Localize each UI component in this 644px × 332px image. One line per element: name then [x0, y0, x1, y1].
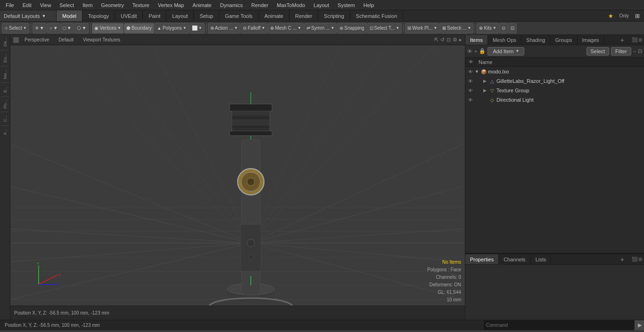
plus-icon[interactable]: + — [474, 49, 477, 54]
viewport-3d[interactable]: X Y Z No Items Polygons : Face Channels:… — [10, 45, 465, 306]
viewport-textures[interactable]: Viewport Textures — [79, 35, 124, 45]
tab-scripting[interactable]: Scripting — [318, 10, 350, 21]
tab-model[interactable]: Model — [57, 10, 83, 21]
tool-falloff[interactable]: ⊖ Falloff ▼ — [240, 23, 267, 33]
tab-uvedit[interactable]: UVEdit — [115, 10, 143, 21]
expand-row2[interactable]: ▶ — [483, 88, 488, 93]
tool-selecti[interactable]: ⊠ Selecti ... ▼ — [440, 23, 473, 33]
tool-circle[interactable]: ○ ▼ — [47, 23, 60, 33]
sidebar-item-poly[interactable]: Po... — [2, 98, 8, 111]
list-item[interactable]: 👁 ▶ ▽ Texture Group — [465, 86, 644, 95]
expand-right-icon[interactable]: ⊡ — [638, 48, 642, 54]
tool-shield[interactable]: ⬡ ▼ — [74, 23, 89, 33]
props-tab-add[interactable]: + — [617, 254, 628, 264]
viewport-dot[interactable] — [13, 37, 19, 43]
eye-all-icon[interactable]: 👁 — [467, 49, 472, 54]
tab-channels[interactable]: Channels — [499, 254, 530, 264]
eye-icon-row1[interactable]: 👁 — [467, 79, 474, 84]
right-panel-icon2[interactable]: ⊞ — [638, 37, 642, 42]
tool-select[interactable]: ⊹ Select ▼ — [2, 23, 29, 33]
tool-maximize[interactable]: ⊡ — [508, 23, 517, 33]
tab-groups[interactable]: Groups — [550, 35, 577, 45]
filter-button[interactable]: Filter — [611, 47, 631, 56]
tab-properties[interactable]: Properties — [465, 254, 499, 264]
layout-settings-icon[interactable]: ⊞ — [633, 11, 642, 21]
props-icon1[interactable]: ⬛ — [632, 257, 637, 262]
menu-item[interactable]: Item — [79, 1, 96, 9]
menu-select[interactable]: Select — [56, 1, 78, 9]
eye-icon-row2[interactable]: 👁 — [467, 88, 474, 93]
viewport-icon-fit[interactable]: ⊡ — [446, 37, 451, 43]
tool-globe[interactable]: ⊙ — [499, 23, 508, 33]
tool-boundary[interactable]: ⬟ Boundary — [124, 23, 154, 33]
viewport-icon-arrows[interactable]: ⇱ — [434, 37, 438, 43]
tool-square[interactable]: □ ▼ — [61, 23, 74, 33]
minus-right-icon[interactable]: − — [633, 49, 636, 54]
list-item[interactable]: 👁 ▼ 📦 modo.lxo — [465, 67, 644, 76]
tab-render[interactable]: Render — [289, 10, 318, 21]
eye-icon-row0[interactable]: 👁 — [467, 69, 474, 74]
viewport-icon-more[interactable]: ▸ — [459, 37, 462, 43]
command-exec-button[interactable]: ▶ — [635, 320, 644, 330]
menu-maxtomodo[interactable]: MaxToModo — [273, 1, 309, 9]
tool-mesh[interactable]: ⊗ Mesh C ... ▼ — [268, 23, 304, 33]
viewport-default[interactable]: Default — [55, 35, 77, 45]
menu-texture[interactable]: Texture — [129, 1, 153, 9]
tab-mesh-ops[interactable]: Mesh Ops — [488, 35, 521, 45]
tab-add-icon[interactable]: + — [617, 35, 628, 45]
sidebar-item-f[interactable]: F... — [2, 127, 8, 137]
tab-layout[interactable]: Layout — [166, 10, 194, 21]
expand-row1[interactable]: ▶ — [483, 79, 488, 83]
tab-animate[interactable]: Animate — [259, 10, 289, 21]
tab-game-tools[interactable]: Game Tools — [219, 10, 259, 21]
tool-workplane[interactable]: ⊞ Work Pl... ▼ — [405, 23, 439, 33]
tab-shading[interactable]: Shading — [521, 35, 550, 45]
tool-quad[interactable]: ⬜ ▼ — [190, 23, 205, 33]
viewport-icon-gear[interactable]: ⚙ — [453, 37, 457, 43]
lock-icon[interactable]: 🔒 — [479, 48, 486, 54]
select-button[interactable]: Select — [586, 47, 610, 56]
tab-topology[interactable]: Topology — [83, 10, 115, 21]
tool-vertices[interactable]: ◉ Vertices ▼ — [92, 23, 124, 33]
command-input[interactable] — [484, 320, 635, 330]
viewport-icon-rotate[interactable]: ↺ — [440, 37, 445, 43]
tab-images[interactable]: Images — [578, 35, 604, 45]
tool-action[interactable]: ⊕ Action ... ▼ — [208, 23, 240, 33]
tool-select-t[interactable]: ⊡ Select T... ▼ — [367, 23, 402, 33]
right-panel-icon1[interactable]: ⬛ — [632, 37, 637, 42]
add-item-button[interactable]: Add Item ▼ — [487, 47, 524, 56]
tool-polygons[interactable]: ▲ Polygons ▼ — [155, 23, 189, 33]
sidebar-item-mesh[interactable]: Me... — [2, 68, 8, 81]
sidebar-item-dup[interactable]: Du... — [2, 52, 8, 65]
menu-animate[interactable]: Animate — [189, 1, 215, 9]
menu-layout[interactable]: Layout — [310, 1, 333, 9]
default-layout-dropdown[interactable]: Default Layouts ▼ — [0, 10, 57, 21]
tool-symm[interactable]: ⇌ Symm ... ▼ — [304, 23, 337, 33]
tool-snapping[interactable]: ⊛ Snapping — [337, 23, 366, 33]
menu-edit[interactable]: Edit — [19, 1, 35, 9]
menu-dynamics[interactable]: Dynamics — [216, 1, 247, 9]
tab-schematic-fusion[interactable]: Schematic Fusion — [350, 10, 403, 21]
eye-icon-row3[interactable]: 👁 — [467, 97, 474, 103]
list-item[interactable]: 👁 ▶ △ GilletteLabs_Razor_Light_Off — [465, 76, 644, 86]
sidebar-item-default[interactable]: De... — [2, 36, 8, 49]
viewport-perspective[interactable]: Perspective — [21, 35, 53, 45]
props-icon2[interactable]: ⊞ — [638, 257, 642, 262]
menu-vertex-map[interactable]: Vertex Map — [154, 1, 188, 9]
expand-row0[interactable]: ▼ — [475, 69, 479, 74]
tab-paint[interactable]: Paint — [143, 10, 166, 21]
list-item[interactable]: 👁 ◇ Directional Light — [465, 95, 644, 105]
sidebar-item-e[interactable]: E... — [2, 84, 8, 95]
menu-view[interactable]: View — [36, 1, 55, 9]
sidebar-item-c[interactable]: C... — [2, 113, 8, 124]
menu-geometry[interactable]: Geometry — [97, 1, 127, 9]
tab-lists[interactable]: Lists — [531, 254, 552, 264]
tab-items[interactable]: Items — [465, 35, 488, 45]
tool-kits[interactable]: ⊕ Kits ▼ — [477, 23, 499, 33]
tab-setup[interactable]: Setup — [194, 10, 219, 21]
menu-render[interactable]: Render — [248, 1, 272, 9]
menu-help[interactable]: Help — [360, 1, 378, 9]
menu-system[interactable]: System — [334, 1, 359, 9]
tool-transform[interactable]: ✛ ▼ — [33, 23, 47, 33]
menu-file[interactable]: File — [2, 1, 18, 9]
